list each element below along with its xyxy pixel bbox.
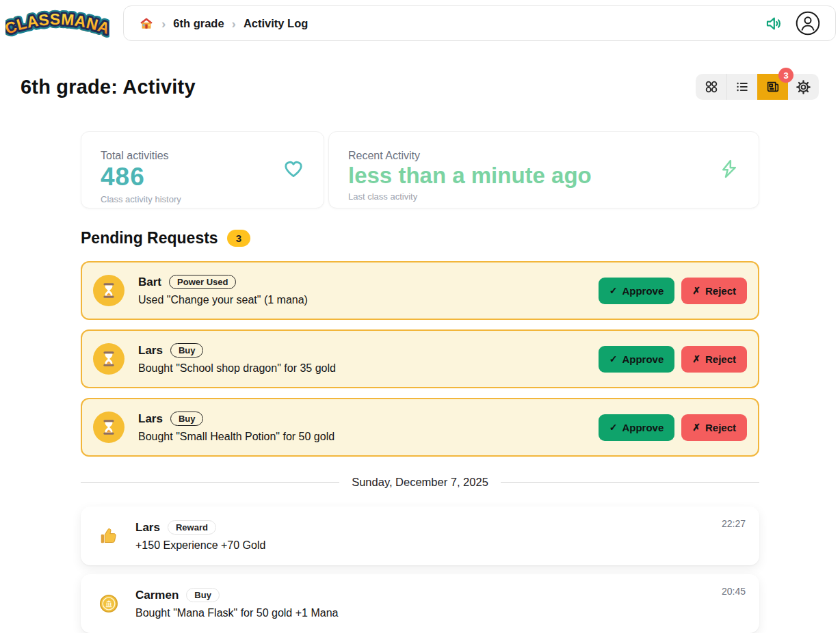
request-info: Lars Buy Bought "School shop dragon" for…: [138, 343, 336, 375]
hourglass-icon: [100, 282, 118, 299]
date-label: Sunday, December 7, 2025: [352, 476, 488, 489]
header-bar: › 6th grade › Activity Log: [123, 5, 836, 41]
check-icon: ✓: [609, 353, 618, 364]
lightning-icon: [719, 159, 739, 182]
activity-log-item: Lars Reward +150 Experience +70 Gold 22:…: [81, 507, 759, 565]
list-icon: [735, 79, 750, 94]
main-content: Total activities 486 Class activity hist…: [81, 131, 759, 633]
request-type-badge: Buy: [170, 412, 204, 426]
activity-type-badge: Reward: [168, 520, 216, 535]
activity-timestamp: 20:45: [722, 586, 746, 597]
stat-label: Total activities: [101, 150, 304, 162]
approve-button[interactable]: ✓ Approve: [599, 414, 675, 441]
user-avatar-icon: [796, 11, 820, 36]
cross-icon: ✗: [692, 285, 700, 296]
check-icon: ✓: [609, 285, 618, 296]
title-row: 6th grade: Activity: [0, 74, 840, 100]
recent-activity-value: less than a minute ago: [348, 164, 739, 187]
activity-description: Bought "Mana Flask" for 50 gold +1 Mana: [135, 607, 338, 619]
profile-button[interactable]: [796, 11, 820, 36]
grid-icon: [704, 79, 719, 94]
activity-info: Carmen Buy Bought "Mana Flask" for 50 go…: [135, 588, 338, 619]
student-name: Carmen: [135, 589, 179, 602]
view-toggle: 3: [696, 74, 819, 100]
request-actions: ✓ Approve ✗ Reject: [599, 346, 747, 373]
settings-button[interactable]: [788, 74, 819, 100]
newspaper-icon: [765, 79, 780, 94]
classmana-logo[interactable]: CLASSMANA CLASSMANA CLASSMANA: [5, 3, 109, 44]
activity-info: Lars Reward +150 Experience +70 Gold: [135, 520, 265, 552]
hourglass-icon: [100, 418, 118, 436]
student-name: Lars: [138, 344, 163, 358]
request-description: Used "Change your seat" (1 mana): [138, 294, 308, 306]
breadcrumb-current-page[interactable]: Activity Log: [244, 17, 308, 30]
logo-text: CLASSMANA: [5, 10, 109, 38]
reject-button[interactable]: ✗ Reject: [681, 278, 747, 304]
request-avatar: [93, 275, 124, 306]
activity-description: +150 Experience +70 Gold: [135, 539, 265, 552]
home-icon[interactable]: [139, 16, 154, 31]
breadcrumb: › 6th grade › Activity Log: [139, 16, 308, 31]
breadcrumb-separator: ›: [161, 17, 166, 30]
request-description: Bought "Small Health Potion" for 50 gold: [138, 431, 334, 443]
request-avatar: [93, 343, 124, 375]
stat-sublabel: Class activity history: [101, 194, 304, 204]
request-info: Bart Power Used Used "Change your seat" …: [138, 275, 308, 306]
activity-timestamp: 22:27: [722, 518, 746, 529]
activity-log-view-button[interactable]: [757, 74, 788, 100]
grid-view-button[interactable]: [696, 74, 726, 100]
recent-activity-card: Recent Activity less than a minute ago L…: [328, 131, 759, 208]
total-activities-value: 486: [101, 164, 304, 189]
gear-icon: [796, 79, 811, 95]
page-title: 6th grade: Activity: [21, 76, 196, 98]
pending-request-card: Bart Power Used Used "Change your seat" …: [81, 261, 759, 320]
request-info: Lars Buy Bought "Small Health Potion" fo…: [138, 412, 334, 443]
stat-label: Recent Activity: [348, 150, 739, 162]
pending-request-card: Lars Buy Bought "Small Health Potion" fo…: [81, 398, 759, 457]
request-actions: ✓ Approve ✗ Reject: [599, 278, 747, 304]
total-activities-card: Total activities 486 Class activity hist…: [81, 131, 324, 208]
approve-button[interactable]: ✓ Approve: [599, 278, 675, 304]
pending-requests-title: Pending Requests: [81, 229, 218, 247]
thumbs-up-icon: [94, 526, 123, 546]
pending-requests-header: Pending Requests 3: [81, 229, 759, 247]
student-name: Bart: [138, 275, 161, 289]
pending-requests-count: 3: [227, 230, 250, 247]
sound-button[interactable]: [765, 14, 783, 33]
top-bar: CLASSMANA CLASSMANA CLASSMANA › 6th grad…: [0, 0, 840, 44]
hourglass-icon: [100, 350, 118, 368]
cross-icon: ✗: [692, 353, 700, 364]
check-icon: ✓: [609, 422, 618, 433]
reject-button[interactable]: ✗ Reject: [681, 414, 747, 441]
svg-text:CLASSMANA: CLASSMANA: [5, 10, 109, 38]
date-divider: Sunday, December 7, 2025: [81, 476, 759, 489]
request-actions: ✓ Approve ✗ Reject: [599, 414, 747, 441]
request-type-badge: Buy: [170, 343, 204, 358]
cross-icon: ✗: [692, 422, 700, 433]
stat-sublabel: Last class activity: [348, 191, 739, 202]
speaker-icon: [765, 14, 783, 33]
request-type-badge: Power Used: [169, 275, 236, 289]
reject-button[interactable]: ✗ Reject: [681, 346, 747, 373]
student-name: Lars: [138, 412, 163, 426]
activity-log-item: Carmen Buy Bought "Mana Flask" for 50 go…: [81, 574, 759, 633]
coin-icon: [94, 594, 123, 613]
student-name: Lars: [135, 521, 160, 535]
breadcrumb-class[interactable]: 6th grade: [173, 17, 224, 30]
list-view-button[interactable]: [726, 74, 757, 100]
header-actions: [765, 11, 820, 36]
stats-row: Total activities 486 Class activity hist…: [81, 131, 759, 208]
pending-request-card: Lars Buy Bought "School shop dragon" for…: [81, 329, 759, 388]
request-description: Bought "School shop dragon" for 35 gold: [138, 362, 336, 375]
heart-icon: [283, 158, 304, 183]
breadcrumb-separator: ›: [232, 17, 236, 30]
request-avatar: [93, 412, 124, 443]
activity-type-badge: Buy: [186, 588, 220, 602]
approve-button[interactable]: ✓ Approve: [599, 346, 675, 373]
